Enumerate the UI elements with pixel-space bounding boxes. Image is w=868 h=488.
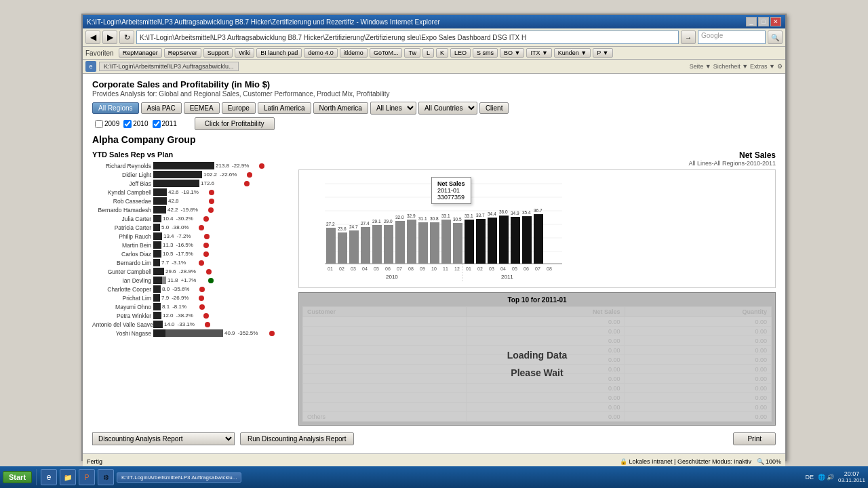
sms-btn[interactable]: S sms — [473, 48, 498, 58]
close-btn[interactable]: ✕ — [770, 17, 781, 26]
filter-lines-select[interactable]: All Lines — [370, 102, 416, 115]
filter-europe[interactable]: Europe — [222, 102, 256, 114]
search-btn[interactable]: 🔍 — [768, 30, 783, 44]
rep-label: Petra Winkler — [92, 312, 153, 319]
loading-overlay: Loading Data Please Wait — [302, 306, 772, 422]
search-field[interactable]: Google — [698, 30, 766, 44]
maximize-btn[interactable]: □ — [758, 17, 769, 26]
filter-latin-america[interactable]: Latin America — [258, 102, 311, 114]
svg-text:29.1: 29.1 — [372, 219, 381, 224]
time-series-chart: 27.2 23.6 24.7 27.4 29.1 29.0 32.0 32.9 … — [298, 169, 776, 288]
profitability-btn[interactable]: Click for Profitability — [195, 117, 275, 130]
window-controls: _ □ ✕ — [746, 17, 781, 26]
taskbar-ie-icon[interactable]: e — [41, 469, 57, 485]
svg-text:33.1: 33.1 — [441, 214, 450, 218]
svg-text:01: 01 — [328, 266, 333, 271]
run-report-btn[interactable]: Run Discounting Analysis Report — [240, 432, 354, 445]
wiki-btn[interactable]: Wiki — [235, 48, 254, 58]
p-btn[interactable]: P ▼ — [593, 48, 612, 58]
status-left: Fertig — [87, 458, 102, 465]
svg-text:33.7: 33.7 — [476, 213, 485, 218]
svg-rect-7 — [326, 228, 336, 264]
svg-text:07: 07 — [535, 266, 540, 271]
year-2011-label[interactable]: 2011 — [153, 120, 177, 128]
k-btn[interactable]: K — [436, 48, 448, 58]
page-content: Corporate Sales and Profitability (in Mi… — [83, 74, 785, 453]
taskbar-system-icon[interactable]: ⚙ — [98, 469, 114, 485]
itx-btn[interactable]: ITX ▼ — [526, 48, 551, 58]
svg-rect-20 — [476, 219, 486, 264]
forward-btn[interactable]: ▶ — [102, 30, 117, 44]
repmanager-btn[interactable]: RepManager — [119, 48, 162, 58]
taskbar-explorer-icon[interactable]: 📁 — [60, 469, 76, 485]
taskbar-icons-group: 🌐 🔊 — [818, 474, 834, 481]
go-btn[interactable]: → — [681, 30, 696, 44]
svg-rect-9 — [349, 230, 359, 264]
itldemo-btn[interactable]: itldemo — [340, 48, 368, 58]
tw-btn[interactable]: Tw — [404, 48, 420, 58]
svg-text:27.2: 27.2 — [326, 222, 335, 226]
filter-client-btn[interactable]: Client — [479, 102, 509, 114]
bi-launch-btn[interactable]: BI launch pad — [256, 48, 302, 58]
bar-row-bias: Jeff Bias 172.6 — [92, 180, 289, 187]
filter-countries-select[interactable]: All Countries — [418, 102, 477, 115]
bar-row-hamadesh: Bernardo Hamadesh 42.2 -19.8% — [92, 206, 289, 214]
filter-north-america[interactable]: North America — [313, 102, 368, 114]
svg-text:06: 06 — [524, 266, 529, 271]
svg-text:34.9: 34.9 — [511, 211, 519, 216]
svg-text:02: 02 — [477, 266, 483, 271]
back-btn[interactable]: ◀ — [85, 30, 100, 44]
svg-rect-24 — [522, 216, 532, 264]
bar-row-rauch: Philip Rauch 13.4 -7.2% — [92, 232, 289, 240]
year-2011-checkbox[interactable] — [153, 120, 161, 128]
filter-all-regions[interactable]: All Regions — [92, 102, 139, 114]
minimize-btn[interactable]: _ — [746, 17, 757, 26]
address-input[interactable] — [136, 30, 679, 44]
leo-btn[interactable]: LEO — [450, 48, 471, 58]
year-2010-label[interactable]: 2010 — [123, 120, 148, 128]
svg-rect-25 — [534, 214, 543, 264]
status-zoom: 🔍 100% — [757, 458, 781, 465]
gotom-btn[interactable]: GoToM... — [370, 48, 403, 58]
rep-label: Prichat Lim — [92, 295, 153, 302]
refresh-btn[interactable]: ↻ — [119, 30, 134, 44]
bar-row-carter-p: Patricia Carter 5.0 -38.0% — [92, 224, 289, 231]
svg-text:06: 06 — [385, 266, 391, 271]
current-page-tab[interactable]: K:\IT-Login\Arbeitsmittel\LP3 Auftragsab… — [99, 62, 239, 71]
bar-row-diaz: Carlos Diaz 10.5 -17.5% — [92, 250, 289, 258]
zoom-value: 100% — [766, 458, 781, 465]
taskbar-right: DE 🌐 🔊 20:07 03.11.2011 — [805, 471, 865, 484]
l-btn[interactable]: L — [422, 48, 434, 58]
page-icon: e — [85, 61, 96, 72]
bar-row-reynolds: Richard Reynolds 213.8 -22.9% — [92, 162, 289, 169]
bar-row-saavedra: Antonio del Valle Saavedra 14.0 -33.1% — [92, 321, 289, 328]
filter-eemea[interactable]: EEMEA — [184, 102, 220, 114]
rep-label: Julia Carter — [92, 216, 153, 222]
print-btn[interactable]: Print — [733, 432, 776, 445]
bar-row-bein: Martin Bein 11.3 -16.5% — [92, 241, 289, 249]
rep-label: Kyndal Campbell — [92, 189, 153, 196]
taskbar-window-item[interactable]: K:\IT-Login\Arbeitsmittel\LP3 Auftragsab… — [117, 472, 241, 483]
chart-tooltip: Net Sales 2011-01 33077359 — [431, 177, 471, 204]
top10-title: Top 10 for 2011-01 — [302, 296, 772, 304]
please-wait-text: Please Wait — [511, 367, 563, 378]
bo-btn[interactable]: BO ▼ — [500, 48, 524, 58]
taskbar-locale: DE — [805, 474, 814, 481]
start-button[interactable]: Start — [3, 471, 32, 483]
bar-row-winkler: Petra Winkler 12.0 -38.2% — [92, 312, 289, 319]
demo-btn[interactable]: demo 4.0 — [304, 48, 338, 58]
report-select[interactable]: Discounting Analysis Report — [92, 432, 235, 445]
repserver-btn[interactable]: RepServer — [164, 48, 201, 58]
svg-text:32.9: 32.9 — [407, 214, 416, 218]
bar-row-light: Didier Light 102.2 -22.6% — [92, 171, 289, 178]
year-2009-checkbox[interactable] — [95, 120, 103, 128]
kunden-btn[interactable]: Kunden ▼ — [554, 48, 591, 58]
taskbar-powerpoint-icon[interactable]: P — [79, 469, 95, 485]
rep-label: Philip Rauch — [92, 233, 153, 240]
year-2009-label[interactable]: 2009 — [95, 120, 119, 128]
filter-asia-pac[interactable]: Asia PAC — [141, 102, 182, 114]
right-panel: Net Sales All Lines-All Regions-2010-201… — [298, 150, 776, 426]
support-btn[interactable]: Support — [203, 48, 233, 58]
top10-container: Top 10 for 2011-01 Customer Net Sales Qu… — [298, 292, 776, 426]
year-2010-checkbox[interactable] — [123, 120, 132, 128]
